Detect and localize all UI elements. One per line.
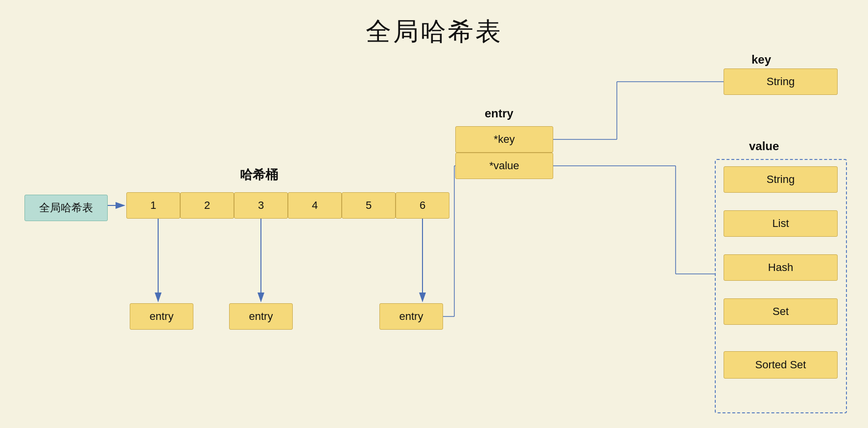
entry-label-text: entry [485, 107, 514, 120]
bucket-cell-3: 3 [234, 192, 288, 219]
entry-box-2: entry [229, 303, 293, 330]
entry-box-1: entry [130, 303, 193, 330]
value-label-text: value [749, 139, 779, 153]
value-set-label: Set [773, 305, 789, 318]
entry-key-label: *key [494, 133, 515, 146]
bucket-cell-2-label: 2 [204, 199, 210, 212]
entry-value-box: *value [455, 153, 553, 179]
entry-box-1-label: entry [150, 310, 174, 323]
global-hashtable-box: 全局哈希表 [24, 195, 108, 221]
bucket-cell-1-label: 1 [150, 199, 156, 212]
bucket-cell-5-label: 5 [366, 199, 372, 212]
value-hash-box: Hash [724, 254, 838, 281]
entry-detail-label: entry [485, 107, 514, 120]
bucket-cell-1: 1 [126, 192, 180, 219]
entry-key-box: *key [455, 126, 553, 153]
entry-box-2-label: entry [249, 310, 273, 323]
value-set-box: Set [724, 298, 838, 325]
entry-value-label: *value [489, 159, 519, 172]
value-sortedset-box: Sorted Set [724, 351, 838, 379]
key-label-text: key [751, 53, 771, 66]
page-title: 全局哈希表 [0, 0, 868, 49]
value-list-box: List [724, 210, 838, 237]
bucket-cell-5: 5 [342, 192, 396, 219]
bucket-cell-2: 2 [180, 192, 234, 219]
value-sortedset-label: Sorted Set [755, 359, 806, 371]
bucket-cell-4-label: 4 [312, 199, 318, 212]
bucket-cell-6-label: 6 [420, 199, 425, 212]
entry-box-3: entry [379, 303, 443, 330]
bucket-cell-6: 6 [396, 192, 449, 219]
value-string-label: String [767, 173, 795, 186]
hash-bucket-label: 哈希桶 [240, 166, 278, 183]
value-hash-label: Hash [768, 261, 793, 274]
bucket-cell-4: 4 [288, 192, 342, 219]
global-hashtable-label: 全局哈希表 [39, 201, 93, 215]
key-string-label: String [767, 75, 795, 88]
key-string-box: String [724, 68, 838, 95]
value-list-label: List [772, 217, 789, 230]
entry-box-3-label: entry [399, 310, 423, 323]
bucket-cell-3-label: 3 [258, 199, 264, 212]
key-section-label: key [751, 53, 771, 67]
hash-bucket-text: 哈希桶 [240, 167, 278, 182]
value-section-label: value [749, 139, 779, 153]
value-string-box: String [724, 166, 838, 193]
